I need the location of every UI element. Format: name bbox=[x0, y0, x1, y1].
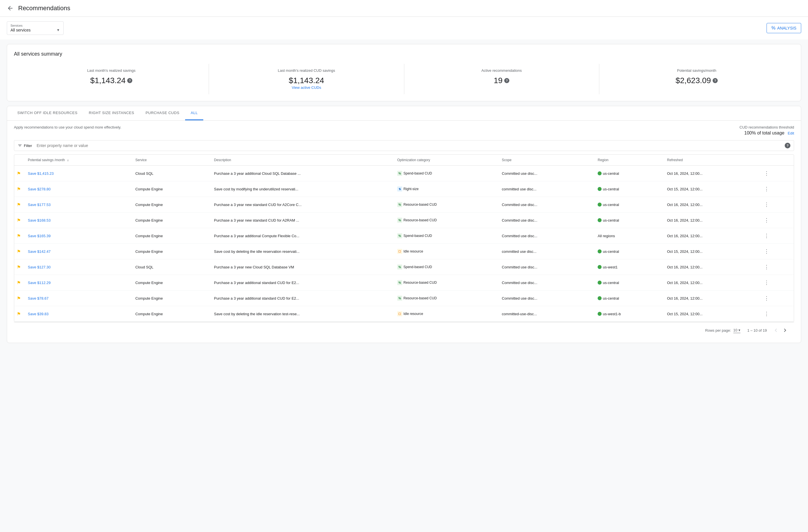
data-table-wrapper: Potential savings /month ↓ Service Descr… bbox=[14, 154, 794, 322]
more-actions-button[interactable]: ⋮ bbox=[763, 169, 770, 178]
edit-threshold-link[interactable]: Edit bbox=[788, 131, 794, 135]
more-actions-cell: ⋮ bbox=[758, 275, 794, 290]
save-amount-link[interactable]: Save $278.80 bbox=[28, 187, 51, 191]
back-button[interactable] bbox=[7, 5, 14, 12]
rows-per-page-select[interactable]: 10 ▾ bbox=[733, 327, 740, 333]
more-actions-button[interactable]: ⋮ bbox=[763, 278, 770, 287]
description-cell: Purchase a 3 year additional Compute Fle… bbox=[209, 228, 393, 244]
service-cell: Compute Engine bbox=[131, 306, 209, 322]
analysis-button-label: ANALYSIS bbox=[777, 26, 796, 30]
chevron-down-icon: ▼ bbox=[56, 28, 60, 32]
save-amount-link[interactable]: Save $112.29 bbox=[28, 281, 51, 285]
scope-cell: Committed use disc... bbox=[497, 228, 593, 244]
refreshed-cell: Oct 15, 2024, 12:00... bbox=[662, 244, 758, 259]
analysis-icon: % bbox=[771, 25, 775, 31]
page-title: Recommendations bbox=[18, 4, 70, 12]
tab-switch-off[interactable]: SWITCH OFF IDLE RESOURCES bbox=[12, 106, 83, 120]
save-amount-link[interactable]: Save $127.30 bbox=[28, 265, 51, 269]
summary-title: All services summary bbox=[14, 51, 794, 57]
flag-icon: ⚑ bbox=[17, 202, 21, 207]
more-actions-button[interactable]: ⋮ bbox=[763, 263, 770, 271]
save-amount-link[interactable]: Save $78.67 bbox=[28, 296, 49, 301]
analysis-button[interactable]: % ANALYSIS bbox=[767, 23, 801, 33]
description-cell: Purchase a 3 year additional standard CU… bbox=[209, 275, 393, 290]
more-actions-cell: ⋮ bbox=[758, 197, 794, 212]
refreshed-cell: Oct 16, 2024, 12:00... bbox=[662, 290, 758, 306]
active-info-icon[interactable]: ? bbox=[504, 78, 509, 83]
refreshed-cell: Oct 16, 2024, 12:00... bbox=[662, 275, 758, 290]
tab-purchase-cuds[interactable]: PURCHASE CUDS bbox=[140, 106, 185, 120]
services-select[interactable]: All services ▼ bbox=[11, 28, 60, 32]
flag-cell: ⚑ bbox=[14, 306, 23, 322]
save-amount-link[interactable]: Save $1,415.23 bbox=[28, 171, 54, 176]
save-amount-link[interactable]: Save $165.39 bbox=[28, 234, 51, 238]
services-dropdown[interactable]: Services All services ▼ bbox=[7, 21, 63, 35]
table-row: ⚑ Save $1,415.23 Cloud SQL Purchase a 3 … bbox=[14, 166, 794, 181]
optimization-cell: % Resource-based CUD bbox=[393, 290, 497, 306]
refreshed-cell: Oct 15, 2024, 12:00... bbox=[662, 181, 758, 197]
more-actions-button[interactable]: ⋮ bbox=[763, 185, 770, 193]
filter-input[interactable] bbox=[37, 143, 785, 148]
filter-icon: Filter bbox=[18, 143, 34, 148]
save-amount-link[interactable]: Save $142.47 bbox=[28, 249, 51, 254]
rows-per-page-label: Rows per page: bbox=[705, 328, 731, 332]
pagination-next-button[interactable] bbox=[781, 326, 790, 335]
summary-card-savings: Last month's realized savings $1,143.24 … bbox=[14, 64, 209, 94]
scope-cell: Committed use disc... bbox=[497, 259, 593, 275]
flag-cell: ⚑ bbox=[14, 259, 23, 275]
more-actions-button[interactable]: ⋮ bbox=[763, 231, 770, 240]
flag-icon: ⚑ bbox=[17, 296, 21, 301]
more-actions-button[interactable]: ⋮ bbox=[763, 294, 770, 302]
optimization-label: Resource-based CUD bbox=[403, 203, 437, 207]
filter-row: Filter ? bbox=[14, 140, 794, 151]
potential-info-icon[interactable]: ? bbox=[713, 78, 718, 83]
more-actions-button[interactable]: ⋮ bbox=[763, 309, 770, 318]
refreshed-cell: Oct 16, 2024, 12:00... bbox=[662, 212, 758, 228]
service-cell: Compute Engine bbox=[131, 181, 209, 197]
tab-all[interactable]: ALL bbox=[185, 106, 204, 120]
optimization-label: Spend-based CUD bbox=[403, 234, 432, 238]
save-amount-link[interactable]: Save $39.83 bbox=[28, 312, 49, 316]
more-actions-button[interactable]: ⋮ bbox=[763, 216, 770, 224]
description-cell: Purchase a 3 year new Cloud SQL Database… bbox=[209, 259, 393, 275]
table-header-row: Potential savings /month ↓ Service Descr… bbox=[14, 155, 794, 166]
service-cell: Compute Engine bbox=[131, 212, 209, 228]
more-actions-cell: ⋮ bbox=[758, 228, 794, 244]
active-rec-value: 19 ? bbox=[411, 76, 592, 85]
table-row: ⚑ Save $39.83 Compute Engine Save cost b… bbox=[14, 306, 794, 322]
region-cell: 🌿us-central bbox=[593, 290, 662, 306]
savings-cell: Save $1,415.23 bbox=[23, 166, 131, 181]
th-service: Service bbox=[131, 155, 209, 166]
more-actions-button[interactable]: ⋮ bbox=[763, 247, 770, 255]
table-footer: Rows per page: 10 ▾ 1 – 10 of 19 bbox=[14, 322, 794, 338]
savings-info-icon[interactable]: ? bbox=[127, 78, 132, 83]
top-bar: Services All services ▼ % ANALYSIS bbox=[0, 17, 808, 39]
recommendations-table: Potential savings /month ↓ Service Descr… bbox=[14, 155, 794, 322]
summary-card-potential: Potential savings/month $2,623.09 ? bbox=[599, 64, 794, 94]
optimization-cell: % Spend-based CUD bbox=[393, 166, 497, 181]
flag-icon: ⚑ bbox=[17, 171, 21, 176]
th-savings-amount[interactable]: Potential savings /month ↓ bbox=[23, 155, 131, 166]
description-cell: Save cost by modifying the underutilized… bbox=[209, 181, 393, 197]
pagination-prev-button[interactable] bbox=[771, 326, 781, 335]
tab-right-size[interactable]: RIGHT SIZE INSTANCES bbox=[83, 106, 140, 120]
description-cell: Purchase a 3 year additional standard CU… bbox=[209, 290, 393, 306]
filter-svg-icon bbox=[18, 143, 22, 148]
region-cell: 🌿us-central bbox=[593, 275, 662, 290]
filter-help-icon[interactable]: ? bbox=[785, 143, 790, 148]
table-row: ⚑ Save $78.67 Compute Engine Purchase a … bbox=[14, 290, 794, 306]
more-actions-cell: ⋮ bbox=[758, 259, 794, 275]
scope-cell: committed use disc... bbox=[497, 181, 593, 197]
flag-icon: ⚑ bbox=[17, 218, 21, 223]
region-cell: 🌿us-central bbox=[593, 166, 662, 181]
service-cell: Cloud SQL bbox=[131, 259, 209, 275]
more-actions-button[interactable]: ⋮ bbox=[763, 200, 770, 209]
th-refreshed: Refreshed bbox=[662, 155, 758, 166]
view-active-cuds-link[interactable]: View active CUDs bbox=[292, 86, 321, 90]
save-amount-link[interactable]: Save $168.53 bbox=[28, 218, 51, 223]
flag-icon: ⚑ bbox=[17, 187, 21, 191]
save-amount-link[interactable]: Save $177.53 bbox=[28, 203, 51, 207]
description-cell: Save cost by deleting the idle reservati… bbox=[209, 306, 393, 322]
more-actions-cell: ⋮ bbox=[758, 166, 794, 181]
services-selected-value: All services bbox=[11, 28, 31, 32]
